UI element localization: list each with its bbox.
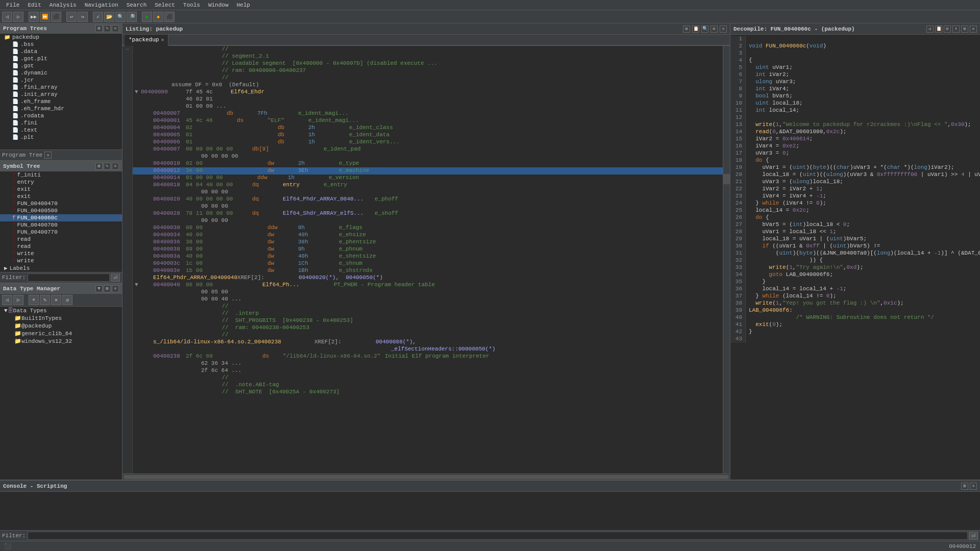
menu-search[interactable]: Search (122, 1, 151, 9)
listing-icon2[interactable]: 📋 (692, 26, 699, 33)
dt-datatypes[interactable]: ▼ 🗄 Data Types (0, 307, 122, 314)
sym-fun700[interactable]: f FUN_00400700 (0, 221, 122, 229)
toolbar-btn-8[interactable]: ◆ (153, 12, 163, 22)
scrollbar-overview[interactable] (723, 46, 730, 473)
sym-fun770[interactable]: f FUN_00400770 (0, 229, 122, 236)
tree-item-plt[interactable]: 📄 .plt (0, 134, 122, 141)
pt-icon2[interactable]: ✎ (104, 25, 111, 32)
tree-item-bss[interactable]: 📄 .bss (0, 41, 122, 48)
tree-root[interactable]: 📁 packedup (0, 34, 122, 41)
tab-packedup[interactable]: *packedup ✕ (125, 35, 168, 46)
dt-packedup[interactable]: 📁 @packedup (0, 322, 122, 330)
toolbar-btn-2[interactable]: ▷ (13, 12, 23, 22)
menu-analysis[interactable]: Analysis (45, 1, 81, 9)
sym-fun470[interactable]: f FUN_00400470 (0, 200, 122, 207)
code-area[interactable]: // // segment_2.1 // Loadable segment [0… (133, 46, 723, 473)
dt-builtin[interactable]: 📁 BuiltInTypes (0, 314, 122, 322)
toolbar-btn-6[interactable]: 🔍 (115, 12, 126, 22)
program-tree-area[interactable]: 📁 packedup 📄 .bss 📄 .data 📄 .got.plt (0, 34, 122, 149)
pt-close[interactable]: ✕ (112, 25, 119, 32)
listing-close[interactable]: ✕ (720, 26, 727, 33)
sym-entry[interactable]: f entry (0, 179, 122, 186)
dc-close[interactable]: ✕ (970, 26, 977, 33)
tree-item-gotplt[interactable]: 📄 .got.plt (0, 55, 122, 62)
dtm-collapse[interactable]: ▼ (95, 285, 103, 292)
listing-icon4[interactable]: ⚙ (710, 26, 718, 33)
tree-item-data[interactable]: 📄 .data (0, 48, 122, 55)
toolbar-btn-redo[interactable]: ↪ (78, 12, 88, 22)
console-filter-btn[interactable]: ⏎ (969, 532, 978, 540)
listing-icon3[interactable]: 🔍 (701, 26, 708, 33)
dt-generic[interactable]: 📁 generic_clib_64 (0, 330, 122, 337)
sym-exit1[interactable]: f exit (0, 186, 122, 193)
tree-item-got[interactable]: 📄 .got (0, 62, 122, 69)
decompile-code-area[interactable]: 1 2 void FUN_0040060c(void) 3 4 { 5 ui (730, 35, 980, 480)
tree-item-dynamic[interactable]: 📄 .dynamic (0, 69, 122, 77)
tree-item-jcr[interactable]: 📄 .jcr (0, 77, 122, 84)
horizontal-scrollbar[interactable] (122, 473, 730, 480)
dt-windows[interactable]: 📁 windows_vs12_32 (0, 337, 122, 345)
menu-select[interactable]: Select (151, 1, 179, 9)
toolbar-btn-4[interactable]: ⏩ (40, 12, 50, 22)
console-body[interactable] (0, 492, 980, 530)
toolbar-btn-open[interactable]: 📂 (104, 12, 114, 22)
tree-item-fini_array[interactable]: 📄 .fini_array (0, 84, 122, 91)
console-icon1[interactable]: ⊞ (961, 483, 968, 490)
tree-item-eh_frame[interactable]: 📄 .eh_frame (0, 98, 122, 105)
menu-tools[interactable]: Tools (179, 1, 204, 9)
symbol-filter-input[interactable] (28, 273, 110, 282)
listing-icon1[interactable]: ⊞ (683, 26, 690, 33)
sym-read1[interactable]: f read (0, 236, 122, 243)
dtm-btn2[interactable]: ▷ (13, 295, 23, 305)
sym-read2[interactable]: f read (0, 243, 122, 250)
sym-labels[interactable]: ▶ Labels (0, 264, 122, 272)
tree-item-fini[interactable]: 📄 .fini (0, 119, 122, 127)
menu-edit[interactable]: Edit (23, 1, 45, 9)
pt-tab-close[interactable]: ✕ (44, 152, 52, 159)
dtm-btn1[interactable]: ◁ (2, 295, 12, 305)
dc-icon2[interactable]: ⚙ (944, 26, 951, 33)
dc-refresh[interactable]: ↺ (926, 26, 934, 33)
toolbar-btn-run[interactable]: ▶ (142, 12, 152, 22)
toolbar-btn-undo[interactable]: ↩ (66, 12, 77, 22)
pt-icon1[interactable]: ⊞ (95, 25, 103, 32)
dtm-btn5[interactable]: ✕ (51, 295, 61, 305)
dtm-tree-area[interactable]: ▼ 🗄 Data Types 📁 BuiltInTypes 📁 @packedu… (0, 307, 122, 480)
dtm-close[interactable]: ✕ (112, 285, 119, 292)
dtm-btn4[interactable]: ✎ (40, 295, 50, 305)
sym-write1[interactable]: f write (0, 250, 122, 257)
console-close[interactable]: ✕ (970, 483, 977, 490)
filter-go-btn[interactable]: ⏎ (111, 273, 120, 282)
toolbar-btn-3[interactable]: ▶▶ (29, 12, 39, 22)
sym-fun500[interactable]: f FUN_00400500 (0, 207, 122, 214)
toolbar-btn-7[interactable]: 🔎 (127, 12, 137, 22)
menu-help[interactable]: Help (232, 1, 254, 9)
sym-write2[interactable]: f write (0, 257, 122, 264)
toolbar-btn-save[interactable]: ✓ (93, 12, 103, 22)
symbol-tree-area[interactable]: f f_initi f entry f exit f exit (0, 171, 122, 272)
tree-item-eh_frame_hdr[interactable]: 📄 .eh_frame_hdr (0, 105, 122, 112)
sym-f_initi[interactable]: f f_initi (0, 171, 122, 179)
toolbar-btn-9[interactable]: ⬛ (164, 12, 175, 22)
tree-item-rodata[interactable]: 📄 .rodata (0, 112, 122, 119)
toolbar-btn-5[interactable]: ⬛ (51, 12, 61, 22)
st-icon2[interactable]: ✎ (104, 163, 111, 170)
menu-window[interactable]: Window (204, 1, 233, 9)
dc-export[interactable]: ⬆ (952, 26, 960, 33)
console-filter-input[interactable] (28, 532, 968, 540)
tree-item-text[interactable]: 📄 .text (0, 127, 122, 134)
dtm-btn3[interactable]: + (29, 295, 39, 305)
st-close[interactable]: ✕ (112, 163, 119, 170)
dtm-btn6[interactable]: ↺ (62, 295, 72, 305)
menu-navigation[interactable]: Navigation (81, 1, 122, 9)
menu-file[interactable]: File (2, 1, 23, 9)
sym-fun60c[interactable]: f FUN_0040060c (0, 214, 122, 221)
tree-item-init_array[interactable]: 📄 .init_array (0, 91, 122, 98)
dtm-icon1[interactable]: ⊞ (104, 285, 111, 292)
sym-exit2[interactable]: f exit (0, 193, 122, 200)
dc-icon1[interactable]: 📋 (935, 26, 942, 33)
tab-close-icon[interactable]: ✕ (161, 37, 164, 43)
toolbar-btn-1[interactable]: ◁ (2, 12, 12, 22)
dc-icon3[interactable]: ⊞ (961, 26, 968, 33)
st-icon1[interactable]: ⊞ (95, 163, 103, 170)
